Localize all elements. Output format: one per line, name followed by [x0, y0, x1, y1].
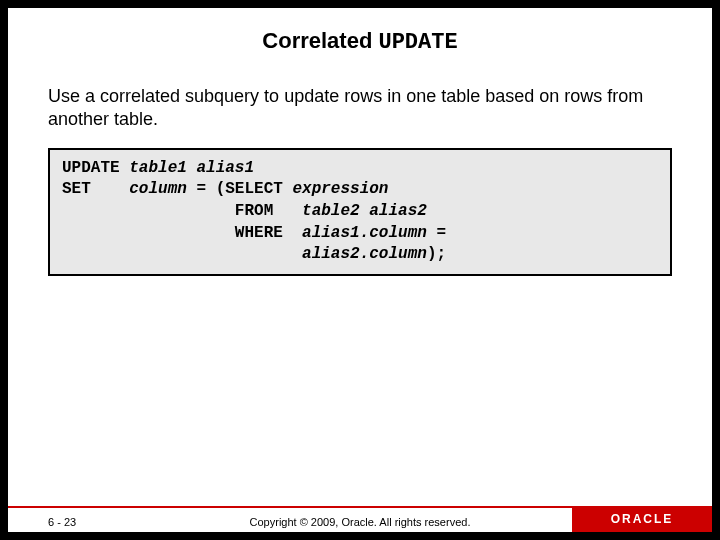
- code-ident: expression: [292, 180, 388, 198]
- title-text: Correlated: [262, 28, 378, 53]
- code-pad: [62, 224, 235, 242]
- code-ident: table2 alias2: [302, 202, 427, 220]
- code-end: );: [427, 245, 446, 263]
- code-keyword: WHERE: [235, 224, 302, 242]
- slide-title: Correlated UPDATE: [8, 8, 712, 85]
- slide-description: Use a correlated subquery to update rows…: [8, 85, 712, 148]
- code-keyword: UPDATE: [62, 159, 129, 177]
- code-keyword: FROM: [235, 202, 302, 220]
- code-ident: table1 alias1: [129, 159, 254, 177]
- code-ident: alias2.column: [302, 245, 427, 263]
- code-pad: [62, 202, 235, 220]
- code-pad: [62, 245, 302, 263]
- title-code: UPDATE: [378, 30, 457, 55]
- code-keyword: SET: [62, 180, 129, 198]
- logo-badge: ORACLE: [572, 506, 712, 532]
- code-block: UPDATE table1 alias1 SET column = (SELEC…: [48, 148, 672, 276]
- code-ident: column: [129, 180, 187, 198]
- code-ident: alias1.column: [302, 224, 427, 242]
- footer: 6 - 23 Copyright © 2009, Oracle. All rig…: [8, 500, 712, 532]
- code-op: =: [427, 224, 446, 242]
- oracle-logo: ORACLE: [611, 512, 674, 526]
- footer-divider: [8, 506, 572, 508]
- code-keyword: = (SELECT: [187, 180, 293, 198]
- slide: Correlated UPDATE Use a correlated subqu…: [8, 8, 712, 532]
